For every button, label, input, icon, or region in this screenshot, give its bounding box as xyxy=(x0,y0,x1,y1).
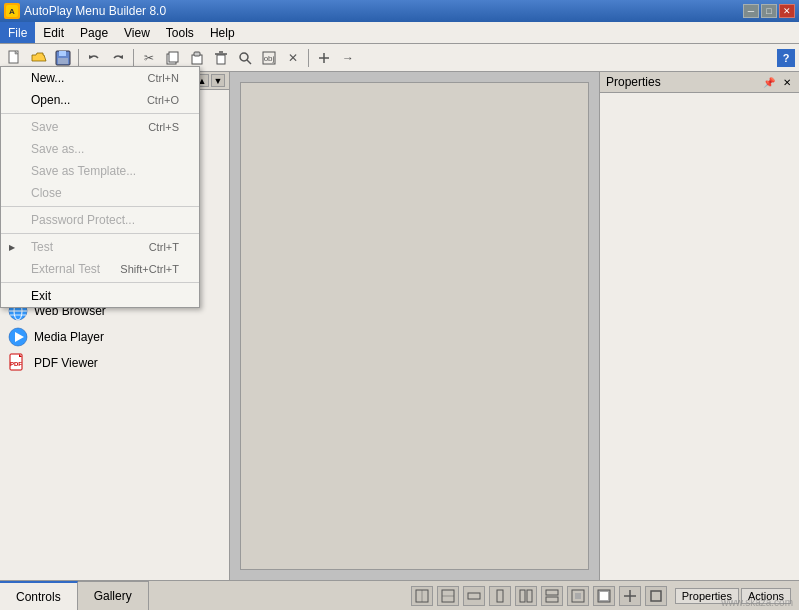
menu-sep-3 xyxy=(1,233,199,234)
svg-rect-6 xyxy=(58,58,68,64)
title-text: AutoPlay Menu Builder 8.0 xyxy=(24,4,166,18)
tab-gallery[interactable]: Gallery xyxy=(78,581,149,610)
title-bar: A AutoPlay Menu Builder 8.0 ─ □ ✕ xyxy=(0,0,799,22)
status-btn-6[interactable] xyxy=(541,586,563,606)
svg-rect-5 xyxy=(59,51,66,56)
media-player-icon xyxy=(8,327,28,347)
svg-text:obj: obj xyxy=(264,54,275,63)
svg-rect-57 xyxy=(497,590,503,602)
menu-new[interactable]: New... Ctrl+N xyxy=(1,67,199,89)
file-dropdown-menu: New... Ctrl+N Open... Ctrl+O Save Ctrl+S… xyxy=(0,66,200,308)
status-btn-5[interactable] xyxy=(515,586,537,606)
status-btn-4[interactable] xyxy=(489,586,511,606)
menu-tools[interactable]: Tools xyxy=(158,22,202,43)
title-bar-left: A AutoPlay Menu Builder 8.0 xyxy=(4,3,166,19)
menu-test: Test Ctrl+T xyxy=(1,236,199,258)
svg-line-17 xyxy=(247,60,251,64)
svg-rect-61 xyxy=(546,597,558,602)
menu-view[interactable]: View xyxy=(116,22,158,43)
menu-exit[interactable]: Exit xyxy=(1,285,199,307)
properties-panel: Properties 📌 ✕ xyxy=(599,72,799,580)
properties-title: Properties xyxy=(606,75,661,89)
menu-file[interactable]: File xyxy=(0,22,35,43)
canvas-inner xyxy=(240,82,589,570)
menu-page[interactable]: Page xyxy=(72,22,116,43)
menu-external-test: External Test Shift+Ctrl+T xyxy=(1,258,199,280)
toolbar-close-obj-btn[interactable]: ✕ xyxy=(282,47,304,69)
svg-rect-63 xyxy=(575,593,581,599)
tool-media-player[interactable]: Media Player xyxy=(0,324,229,350)
menu-help[interactable]: Help xyxy=(202,22,243,43)
menu-password-protect: Password Protect... xyxy=(1,209,199,231)
toolbar-sep-3 xyxy=(308,49,309,67)
status-btn-9[interactable] xyxy=(619,586,641,606)
app-icon: A xyxy=(4,3,20,19)
status-btn-7[interactable] xyxy=(567,586,589,606)
properties-close-btn[interactable]: ✕ xyxy=(781,77,793,88)
svg-point-16 xyxy=(240,53,248,61)
menu-save-as: Save as... xyxy=(1,138,199,160)
title-controls: ─ □ ✕ xyxy=(743,4,795,18)
toolbar-sep-2 xyxy=(133,49,134,67)
canvas-area[interactable] xyxy=(230,72,599,580)
svg-rect-10 xyxy=(169,52,178,62)
properties-pin-btn[interactable]: 📌 xyxy=(761,77,777,88)
menu-sep-4 xyxy=(1,282,199,283)
menu-bar: File Edit Page View Tools Help New... Ct… xyxy=(0,22,799,44)
properties-header: Properties 📌 ✕ xyxy=(600,72,799,93)
watermark: www.skaza.com xyxy=(721,597,793,608)
toolbar-obj-btn[interactable]: obj xyxy=(258,47,280,69)
status-btn-8[interactable] xyxy=(593,586,615,606)
menu-open[interactable]: Open... Ctrl+O xyxy=(1,89,199,111)
svg-rect-65 xyxy=(600,592,608,600)
toolbar-delete-btn[interactable] xyxy=(210,47,232,69)
svg-rect-56 xyxy=(468,593,480,599)
svg-text:A: A xyxy=(9,7,15,16)
svg-rect-59 xyxy=(527,590,532,602)
minimize-button[interactable]: ─ xyxy=(743,4,759,18)
pdf-viewer-icon: PDF xyxy=(8,353,28,373)
status-btn-1[interactable] xyxy=(411,586,433,606)
status-tabs: Controls Gallery xyxy=(0,581,149,610)
menu-save: Save Ctrl+S xyxy=(1,116,199,138)
toolbox-scroll-down[interactable]: ▼ xyxy=(211,74,225,87)
toolbar-next-btn[interactable]: → xyxy=(337,47,359,69)
svg-rect-13 xyxy=(217,55,225,64)
tab-controls[interactable]: Controls xyxy=(0,581,78,610)
menu-close: Close xyxy=(1,182,199,204)
menu-edit[interactable]: Edit xyxy=(35,22,72,43)
toolbar-help-btn[interactable]: ? xyxy=(777,49,795,67)
tool-pdf-viewer[interactable]: PDF PDF Viewer xyxy=(0,350,229,376)
svg-rect-58 xyxy=(520,590,525,602)
toolbar-sep-1 xyxy=(78,49,79,67)
menu-sep-2 xyxy=(1,206,199,207)
menu-save-as-template: Save as Template... xyxy=(1,160,199,182)
svg-rect-68 xyxy=(651,591,661,601)
svg-text:PDF: PDF xyxy=(10,361,22,367)
svg-rect-12 xyxy=(194,52,200,56)
svg-rect-60 xyxy=(546,590,558,595)
status-btn-2[interactable] xyxy=(437,586,459,606)
toolbar-search-btn[interactable] xyxy=(234,47,256,69)
menu-sep-1 xyxy=(1,113,199,114)
status-btn-10[interactable] xyxy=(645,586,667,606)
status-bar: Controls Gallery xyxy=(0,580,799,610)
close-button[interactable]: ✕ xyxy=(779,4,795,18)
maximize-button[interactable]: □ xyxy=(761,4,777,18)
toolbar-add-btn[interactable] xyxy=(313,47,335,69)
status-btn-3[interactable] xyxy=(463,586,485,606)
